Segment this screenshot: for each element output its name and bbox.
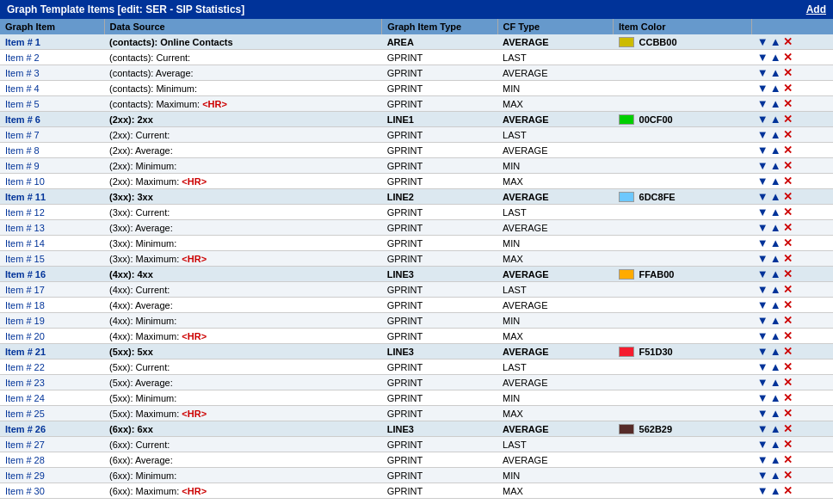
graph-item-link[interactable]: Item # 7 — [5, 130, 40, 140]
move-up-button[interactable]: ▲ — [770, 206, 781, 218]
graph-item-link[interactable]: Item # 10 — [5, 176, 45, 187]
graph-item-link[interactable]: Item # 15 — [5, 254, 45, 264]
move-down-button[interactable]: ▼ — [757, 330, 768, 341]
move-up-button[interactable]: ▲ — [770, 346, 781, 357]
delete-button[interactable]: ✕ — [783, 330, 793, 341]
move-up-button[interactable]: ▲ — [770, 284, 781, 295]
move-up-button[interactable]: ▲ — [770, 191, 781, 202]
move-down-button[interactable]: ▼ — [757, 485, 768, 496]
delete-button[interactable]: ✕ — [783, 67, 793, 78]
graph-item-link[interactable]: Item # 3 — [5, 68, 40, 78]
graph-item-link[interactable]: Item # 5 — [5, 99, 40, 109]
cell-graph-item[interactable]: Item # 2 — [0, 50, 104, 65]
cell-graph-item[interactable]: Item # 4 — [0, 81, 104, 96]
move-down-button[interactable]: ▼ — [757, 206, 768, 218]
move-down-button[interactable]: ▼ — [757, 454, 768, 465]
move-down-button[interactable]: ▼ — [757, 114, 768, 125]
graph-item-link[interactable]: Item # 19 — [5, 316, 45, 326]
cell-graph-item[interactable]: Item # 17 — [0, 282, 104, 298]
move-up-button[interactable]: ▲ — [770, 392, 781, 403]
move-down-button[interactable]: ▼ — [757, 470, 768, 481]
delete-button[interactable]: ✕ — [783, 175, 793, 187]
move-up-button[interactable]: ▲ — [770, 36, 781, 47]
graph-item-link[interactable]: Item # 11 — [5, 192, 46, 202]
cell-graph-item[interactable]: Item # 20 — [0, 329, 104, 344]
move-up-button[interactable]: ▲ — [770, 439, 781, 450]
add-button[interactable]: Add — [806, 3, 826, 15]
cell-graph-item[interactable]: Item # 30 — [0, 483, 104, 499]
delete-button[interactable]: ✕ — [783, 268, 793, 280]
delete-button[interactable]: ✕ — [783, 377, 793, 388]
move-down-button[interactable]: ▼ — [757, 175, 768, 187]
delete-button[interactable]: ✕ — [783, 392, 793, 403]
move-down-button[interactable]: ▼ — [757, 315, 768, 326]
move-down-button[interactable]: ▼ — [757, 191, 768, 202]
move-down-button[interactable]: ▼ — [757, 423, 768, 434]
delete-button[interactable]: ✕ — [783, 237, 793, 249]
cell-graph-item[interactable]: Item # 12 — [0, 205, 104, 220]
move-down-button[interactable]: ▼ — [757, 268, 768, 280]
move-up-button[interactable]: ▲ — [770, 222, 781, 233]
graph-item-link[interactable]: Item # 24 — [5, 393, 45, 403]
delete-button[interactable]: ✕ — [783, 408, 793, 419]
delete-button[interactable]: ✕ — [783, 454, 793, 465]
cell-graph-item[interactable]: Item # 23 — [0, 375, 104, 390]
move-down-button[interactable]: ▼ — [757, 67, 768, 78]
graph-item-link[interactable]: Item # 12 — [5, 207, 45, 218]
graph-item-link[interactable]: Item # 4 — [5, 83, 40, 94]
move-up-button[interactable]: ▲ — [770, 237, 781, 249]
cell-graph-item[interactable]: Item # 21 — [0, 344, 104, 360]
graph-item-link[interactable]: Item # 26 — [5, 424, 46, 434]
move-down-button[interactable]: ▼ — [757, 408, 768, 419]
move-up-button[interactable]: ▲ — [770, 485, 781, 496]
move-down-button[interactable]: ▼ — [757, 237, 768, 249]
graph-item-link[interactable]: Item # 18 — [5, 300, 45, 310]
move-down-button[interactable]: ▼ — [757, 36, 768, 47]
delete-button[interactable]: ✕ — [783, 52, 793, 63]
move-down-button[interactable]: ▼ — [757, 346, 768, 357]
graph-item-link[interactable]: Item # 28 — [5, 455, 45, 465]
cell-graph-item[interactable]: Item # 6 — [0, 112, 104, 127]
delete-button[interactable]: ✕ — [783, 222, 793, 233]
delete-button[interactable]: ✕ — [783, 191, 793, 202]
graph-item-link[interactable]: Item # 23 — [5, 378, 45, 388]
delete-button[interactable]: ✕ — [783, 439, 793, 450]
graph-item-link[interactable]: Item # 20 — [5, 331, 45, 341]
cell-graph-item[interactable]: Item # 25 — [0, 406, 104, 421]
delete-button[interactable]: ✕ — [783, 98, 793, 109]
cell-graph-item[interactable]: Item # 5 — [0, 96, 104, 112]
delete-button[interactable]: ✕ — [783, 36, 793, 47]
graph-item-link[interactable]: Item # 9 — [5, 161, 40, 171]
delete-button[interactable]: ✕ — [783, 315, 793, 326]
move-down-button[interactable]: ▼ — [757, 98, 768, 109]
move-up-button[interactable]: ▲ — [770, 330, 781, 341]
move-up-button[interactable]: ▲ — [770, 98, 781, 109]
cell-graph-item[interactable]: Item # 7 — [0, 127, 104, 143]
move-up-button[interactable]: ▲ — [770, 129, 781, 140]
move-up-button[interactable]: ▲ — [770, 377, 781, 388]
move-up-button[interactable]: ▲ — [770, 423, 781, 434]
graph-item-link[interactable]: Item # 29 — [5, 470, 45, 481]
move-down-button[interactable]: ▼ — [757, 361, 768, 372]
move-up-button[interactable]: ▲ — [770, 454, 781, 465]
cell-graph-item[interactable]: Item # 27 — [0, 437, 104, 452]
delete-button[interactable]: ✕ — [783, 83, 793, 94]
delete-button[interactable]: ✕ — [783, 346, 793, 357]
cell-graph-item[interactable]: Item # 11 — [0, 189, 104, 205]
graph-item-link[interactable]: Item # 17 — [5, 285, 45, 295]
cell-graph-item[interactable]: Item # 28 — [0, 452, 104, 468]
graph-item-link[interactable]: Item # 27 — [5, 439, 45, 450]
cell-graph-item[interactable]: Item # 3 — [0, 65, 104, 81]
graph-item-link[interactable]: Item # 16 — [5, 269, 46, 280]
move-up-button[interactable]: ▲ — [770, 315, 781, 326]
graph-item-link[interactable]: Item # 22 — [5, 362, 45, 372]
move-down-button[interactable]: ▼ — [757, 253, 768, 264]
delete-button[interactable]: ✕ — [783, 144, 793, 156]
delete-button[interactable]: ✕ — [783, 284, 793, 295]
move-up-button[interactable]: ▲ — [770, 83, 781, 94]
move-down-button[interactable]: ▼ — [757, 83, 768, 94]
move-up-button[interactable]: ▲ — [770, 160, 781, 171]
cell-graph-item[interactable]: Item # 16 — [0, 267, 104, 282]
cell-graph-item[interactable]: Item # 29 — [0, 468, 104, 483]
delete-button[interactable]: ✕ — [783, 253, 793, 264]
